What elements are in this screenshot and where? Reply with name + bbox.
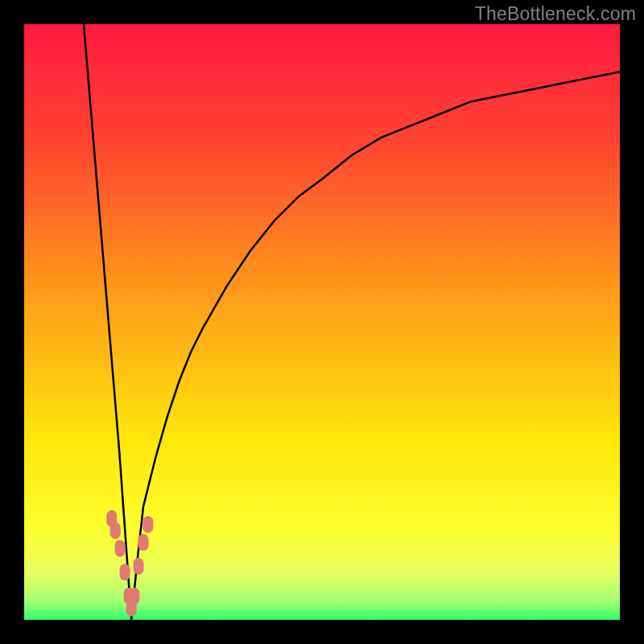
watermark-text: TheBottleneck.com — [475, 3, 636, 25]
chart-svg — [24, 24, 620, 620]
data-marker — [138, 535, 148, 551]
data-marker — [143, 517, 153, 533]
data-marker — [110, 522, 120, 539]
data-marker — [120, 564, 130, 580]
data-marker — [115, 540, 125, 556]
data-marker — [134, 558, 143, 574]
bottleneck-curve — [84, 24, 620, 620]
plot-area — [24, 24, 620, 620]
chart-frame: TheBottleneck.com — [0, 0, 644, 644]
data-marker — [130, 588, 139, 604]
